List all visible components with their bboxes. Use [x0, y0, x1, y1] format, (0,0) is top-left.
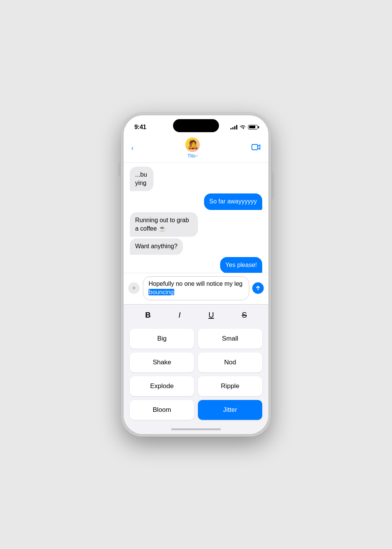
- message-item: So far awayyyyyy: [204, 193, 262, 210]
- wifi-icon: [240, 125, 246, 129]
- msg-partial: ...buying: [130, 167, 154, 192]
- contact-info[interactable]: 🧑‍🎤 Tito ›: [185, 138, 200, 159]
- input-text: Hopefully no one will notice my leg boun…: [149, 280, 243, 297]
- home-indicator: [124, 426, 268, 434]
- chevron-right-icon: ›: [196, 153, 198, 158]
- strikethrough-button[interactable]: S: [237, 309, 251, 321]
- signal-icon: [230, 125, 237, 129]
- input-area: + Hopefully no one will notice my leg bo…: [124, 273, 268, 304]
- effect-ripple[interactable]: Ripple: [198, 376, 262, 396]
- messages-area: ...buying So far awayyyyyy Running out t…: [124, 163, 268, 273]
- effect-bloom[interactable]: Bloom: [130, 400, 194, 420]
- video-call-button[interactable]: [252, 143, 261, 153]
- underline-button[interactable]: U: [204, 309, 218, 321]
- effect-big[interactable]: Big: [130, 329, 194, 349]
- status-icons: [230, 125, 258, 129]
- status-bar: 9:41: [124, 115, 268, 134]
- back-button[interactable]: ‹: [131, 144, 134, 152]
- format-toolbar: B I U S: [124, 304, 268, 326]
- message-input[interactable]: Hopefully no one will notice my leg boun…: [143, 276, 249, 300]
- effect-small[interactable]: Small: [198, 329, 262, 349]
- dynamic-island: [173, 119, 219, 132]
- avatar: 🧑‍🎤: [185, 138, 200, 152]
- send-button[interactable]: [252, 282, 264, 294]
- phone-screen: 9:41 ‹: [124, 115, 268, 434]
- effect-explode[interactable]: Explode: [130, 376, 194, 396]
- effect-jitter[interactable]: Jitter: [198, 400, 262, 420]
- italic-button[interactable]: I: [174, 309, 185, 321]
- message-item: Running out to grab a coffee ☕: [130, 212, 198, 237]
- add-button[interactable]: +: [128, 282, 140, 294]
- contact-name: Tito ›: [188, 153, 198, 159]
- effect-shake[interactable]: Shake: [130, 352, 194, 372]
- phone-frame: 9:41 ‹: [121, 113, 271, 436]
- status-time: 9:41: [134, 124, 146, 131]
- effects-grid: Big Small Shake Nod Explode Ripple Bloom…: [124, 326, 268, 426]
- svg-rect-0: [252, 144, 258, 150]
- message-item: Yes please!: [220, 257, 262, 273]
- message-item: Want anything?: [130, 238, 183, 254]
- effect-nod[interactable]: Nod: [198, 352, 262, 372]
- bold-button[interactable]: B: [140, 309, 155, 321]
- nav-header: ‹ 🧑‍🎤 Tito ›: [124, 134, 268, 163]
- battery-icon: [248, 125, 258, 129]
- home-bar: [171, 428, 221, 430]
- selected-text: bouncing: [149, 289, 174, 295]
